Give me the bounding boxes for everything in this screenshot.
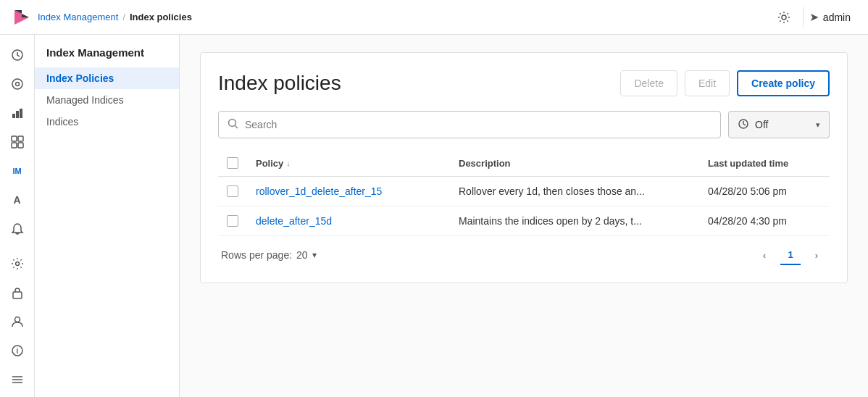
policy-link-1[interactable]: delete_after_15d — [256, 215, 332, 227]
clock-filter-icon — [738, 118, 749, 132]
table-row: rollover_1d_delete_after_15 Rollover eve… — [218, 177, 830, 206]
filter-chevron-icon: ▾ — [816, 120, 820, 130]
gear-icon[interactable] — [4, 252, 30, 275]
lock-icon[interactable] — [4, 281, 30, 304]
breadcrumb-separator: / — [122, 12, 125, 22]
edit-button[interactable]: Edit — [685, 70, 730, 96]
sidebar-item-indices[interactable]: Indices — [35, 111, 179, 133]
policy-sort-button[interactable]: Policy ↓ — [256, 158, 441, 169]
rows-per-page-selector[interactable]: Rows per page: 20 ▾ — [221, 249, 317, 261]
settings-icon[interactable] — [774, 7, 794, 28]
search-box[interactable] — [218, 111, 721, 138]
policies-table: Policy ↓ Description Last updated time r… — [218, 150, 830, 236]
row-checkbox-1[interactable] — [227, 215, 238, 227]
create-policy-button[interactable]: Create policy — [737, 70, 830, 96]
rows-per-page-label: Rows per page: — [221, 249, 292, 261]
header-checkbox-col — [218, 150, 247, 177]
row-description-cell: Maintains the indices open by 2 days, t.… — [450, 206, 699, 236]
svg-point-15 — [14, 317, 20, 322]
filter-box[interactable]: Off ▾ — [728, 111, 830, 138]
topbar-right: ➤ admin — [774, 7, 856, 28]
svg-rect-8 — [20, 109, 22, 118]
svg-text:i: i — [16, 347, 18, 355]
main-panel: Index policies Delete Edit Create policy — [200, 52, 848, 283]
table-footer: Rows per page: 20 ▾ ‹ 1 › — [218, 236, 830, 265]
discover-icon[interactable] — [4, 72, 30, 96]
info-icon[interactable]: i — [4, 339, 30, 362]
svg-point-2 — [782, 15, 786, 20]
svg-rect-6 — [12, 114, 15, 118]
search-icon — [228, 118, 239, 132]
header-policy: Policy ↓ — [247, 150, 450, 177]
row-last-updated-cell: 04/28/20 5:06 pm — [699, 177, 830, 206]
search-filter-row: Off ▾ — [218, 111, 830, 138]
alerts-icon[interactable] — [4, 217, 30, 241]
sidebar-title: Index Management — [35, 46, 179, 67]
svg-rect-7 — [16, 111, 19, 118]
breadcrumb-parent[interactable]: Index Management — [38, 12, 118, 22]
breadcrumb: Index Management / Index policies — [38, 12, 192, 22]
header-last-updated: Last updated time — [699, 150, 830, 177]
recent-icon[interactable] — [4, 43, 30, 67]
svg-point-13 — [15, 262, 19, 266]
svg-rect-12 — [18, 143, 23, 148]
sidebar: Index Management Index Policies Managed … — [35, 35, 180, 397]
user-icon[interactable] — [4, 310, 30, 333]
panel-actions: Delete Edit Create policy — [620, 70, 830, 96]
svg-rect-9 — [12, 136, 17, 141]
policy-col-label: Policy — [256, 158, 283, 169]
sidebar-item-managed-indices[interactable]: Managed Indices — [35, 89, 179, 111]
topbar-left: Index Management / Index policies — [12, 7, 192, 28]
rows-per-page-value: 20 — [296, 249, 308, 261]
pagination: ‹ 1 › — [754, 245, 827, 265]
select-all-checkbox[interactable] — [227, 157, 238, 169]
a-icon[interactable]: A — [4, 188, 30, 212]
row-last-updated-cell: 04/28/20 4:30 pm — [699, 206, 830, 236]
svg-point-5 — [15, 83, 19, 86]
svg-rect-10 — [18, 136, 23, 141]
search-input[interactable] — [245, 119, 711, 130]
svg-rect-14 — [13, 292, 22, 298]
row-checkbox-0[interactable] — [227, 185, 238, 197]
svg-line-22 — [235, 125, 238, 128]
row-checkbox-cell — [218, 177, 247, 206]
admin-label: admin — [823, 12, 851, 23]
rows-per-page-chevron-icon: ▾ — [312, 250, 317, 260]
svg-point-21 — [229, 119, 236, 126]
admin-menu[interactable]: ➤ admin — [803, 7, 856, 27]
dashboard-icon[interactable] — [4, 130, 30, 154]
row-description-cell: Rollover every 1d, then closes those an.… — [450, 177, 699, 206]
svg-rect-11 — [12, 143, 17, 148]
header-description: Description — [450, 150, 699, 177]
topbar: Index Management / Index policies ➤ admi… — [0, 0, 868, 35]
kibana-logo — [12, 7, 32, 28]
current-page-number[interactable]: 1 — [780, 245, 801, 265]
menu-icon[interactable] — [4, 368, 30, 391]
sort-arrow-icon: ↓ — [286, 159, 291, 167]
admin-arrow-icon: ➤ — [809, 10, 819, 24]
next-page-button[interactable]: › — [806, 245, 827, 265]
row-policy-cell: rollover_1d_delete_after_15 — [247, 177, 450, 206]
svg-point-4 — [12, 79, 22, 89]
page-title: Index policies — [218, 72, 341, 95]
left-icon-nav: IM A i — [0, 35, 35, 397]
policy-link-0[interactable]: rollover_1d_delete_after_15 — [256, 185, 382, 197]
index-management-icon[interactable]: IM — [4, 159, 30, 183]
panel-header: Index policies Delete Edit Create policy — [218, 70, 830, 96]
sidebar-item-index-policies[interactable]: Index Policies — [35, 67, 179, 89]
main-layout: IM A i Index Management Index Policies M… — [0, 35, 868, 397]
visualize-icon[interactable] — [4, 101, 30, 125]
prev-page-button[interactable]: ‹ — [754, 245, 775, 265]
table-row: delete_after_15d Maintains the indices o… — [218, 206, 830, 236]
row-checkbox-cell — [218, 206, 247, 236]
filter-value: Off — [755, 119, 810, 130]
delete-button[interactable]: Delete — [620, 70, 677, 96]
breadcrumb-current: Index policies — [130, 12, 192, 22]
content-area: Index policies Delete Edit Create policy — [180, 35, 868, 397]
row-policy-cell: delete_after_15d — [247, 206, 450, 236]
table-header-row: Policy ↓ Description Last updated time — [218, 150, 830, 177]
